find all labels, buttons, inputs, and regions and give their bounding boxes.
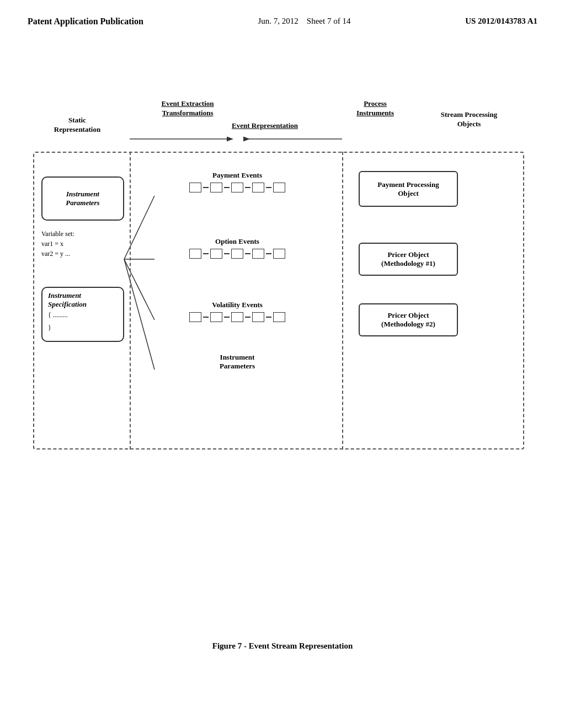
instr-params-mid-label: Instrument bbox=[154, 353, 320, 362]
payment-processing-box: Payment Processing Object bbox=[359, 171, 458, 207]
option-events-group: Option Events bbox=[154, 237, 320, 259]
publication-date: Jun. 7, 2012 bbox=[258, 17, 299, 25]
connector bbox=[203, 187, 209, 188]
volatility-event-box-3 bbox=[231, 312, 243, 322]
instrument-params-mid-group: Instrument Parameters bbox=[154, 353, 320, 371]
option-event-box-5 bbox=[273, 249, 285, 259]
option-events-label: Option Events bbox=[154, 237, 320, 246]
payment-events-group: Payment Events bbox=[154, 171, 320, 192]
col-label-process: Process Instruments bbox=[342, 99, 408, 118]
connector bbox=[203, 317, 209, 318]
col-label-event-rep: Event Representation bbox=[221, 121, 309, 131]
connector bbox=[245, 187, 250, 188]
col-label-static: Static Representation bbox=[39, 116, 116, 135]
variable-set-text: Variable set: var1 = x var2 = y ... bbox=[41, 229, 74, 259]
volatility-event-box-2 bbox=[210, 312, 222, 322]
instrument-spec-box: Instrument Specification { ......... } bbox=[41, 287, 124, 342]
payment-event-box-5 bbox=[273, 183, 285, 192]
connector bbox=[266, 187, 271, 188]
sheet-info: Sheet 7 of 14 bbox=[307, 17, 351, 25]
figure-caption: Figure 7 - Event Stream Representation bbox=[212, 641, 353, 651]
option-event-box-3 bbox=[231, 249, 243, 259]
payment-event-box-1 bbox=[189, 183, 201, 192]
volatility-event-box-4 bbox=[252, 312, 264, 322]
option-event-box-4 bbox=[252, 249, 264, 259]
volatility-events-boxes bbox=[154, 312, 320, 322]
connector bbox=[266, 253, 271, 254]
connector bbox=[245, 253, 250, 254]
option-events-boxes bbox=[154, 249, 320, 259]
option-event-box-1 bbox=[189, 249, 201, 259]
date-sheet: Jun. 7, 2012 Sheet 7 of 14 bbox=[258, 17, 351, 26]
instr-params-mid-sub: Parameters bbox=[154, 362, 320, 371]
pricer-obj1-box: Pricer Object (Methodology #1) bbox=[359, 243, 458, 276]
page-header: Patent Application Publication Jun. 7, 2… bbox=[0, 0, 565, 26]
connector bbox=[266, 317, 271, 318]
col-label-event-extraction: Event Extraction Transformations bbox=[143, 99, 232, 118]
vertical-divider-1 bbox=[130, 152, 131, 449]
volatility-events-group: Volatility Events bbox=[154, 301, 320, 322]
payment-events-label: Payment Events bbox=[154, 171, 320, 180]
payment-event-box-3 bbox=[231, 183, 243, 192]
pricer-obj2-box: Pricer Object (Methodology #2) bbox=[359, 303, 458, 336]
payment-event-box-4 bbox=[252, 183, 264, 192]
diagram-container: Static Representation Event Extraction T… bbox=[33, 99, 530, 474]
connector bbox=[245, 317, 250, 318]
patent-number: US 2012/0143783 A1 bbox=[465, 17, 537, 26]
instrument-params-box: Instrument Parameters bbox=[41, 176, 124, 221]
col-label-stream: Stream Processing Objects bbox=[425, 110, 513, 129]
connector bbox=[224, 317, 230, 318]
volatility-event-box-5 bbox=[273, 312, 285, 322]
option-event-box-2 bbox=[210, 249, 222, 259]
connector bbox=[224, 253, 230, 254]
connector bbox=[203, 253, 209, 254]
publication-title: Patent Application Publication bbox=[28, 17, 143, 26]
payment-events-boxes bbox=[154, 183, 320, 192]
connector bbox=[224, 187, 230, 188]
volatility-event-box-1 bbox=[189, 312, 201, 322]
vertical-divider-2 bbox=[342, 152, 343, 449]
payment-event-box-2 bbox=[210, 183, 222, 192]
volatility-events-label: Volatility Events bbox=[154, 301, 320, 309]
